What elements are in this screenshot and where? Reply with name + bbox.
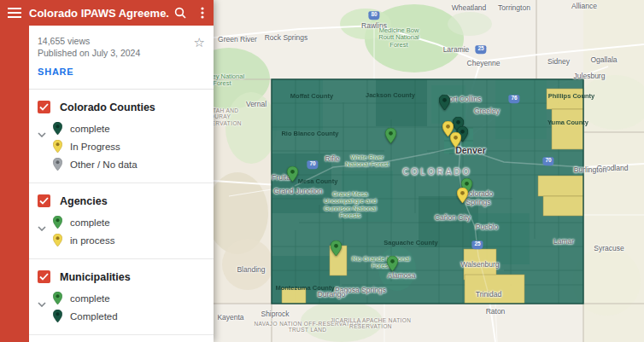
legend-section-head: Agencies xyxy=(38,194,205,207)
legend-item[interactable]: complete xyxy=(52,216,114,229)
legend-item[interactable]: complete xyxy=(52,122,138,135)
legend-item-label: complete xyxy=(70,217,110,228)
legend-item-label: Other / No data xyxy=(70,159,138,170)
legend-item[interactable]: Other / No data xyxy=(52,158,138,171)
layer-title: Municipalities xyxy=(60,271,131,283)
sidebar-header: Colorado IPAWS Agreeme... xyxy=(0,0,214,26)
legend-section: MunicipalitiescompleteCompleted xyxy=(29,259,214,335)
legend-item-label: In Progress xyxy=(70,142,120,152)
map-pin[interactable] xyxy=(450,132,461,151)
collapse-chevron-icon[interactable] xyxy=(38,216,52,246)
green-pin-icon xyxy=(52,292,62,304)
map-pin[interactable] xyxy=(385,128,396,147)
legend-item[interactable]: Completed xyxy=(52,310,118,322)
legend-item-label: complete xyxy=(70,293,110,304)
share-button[interactable]: SHARE xyxy=(38,67,74,77)
legend-section: Colorado CountiescompleteIn ProgressOthe… xyxy=(29,90,214,183)
layer-title: Agencies xyxy=(60,195,108,207)
green-pin-icon xyxy=(52,216,62,229)
favorite-star-icon[interactable]: ☆ xyxy=(194,36,205,49)
layer-checkbox[interactable] xyxy=(38,101,50,113)
layer-checkbox[interactable] xyxy=(38,270,50,283)
layer-title: Colorado Counties xyxy=(60,101,155,113)
map-canvas[interactable]: WheatlandTorringtonAllianceRawlinsLarami… xyxy=(214,0,644,342)
map-pin[interactable] xyxy=(287,166,298,185)
views-count: 14,655 views xyxy=(38,36,203,46)
layer-checkbox[interactable] xyxy=(38,194,50,207)
dark-pin-icon xyxy=(52,310,62,322)
overflow-menu-icon[interactable] xyxy=(191,7,214,19)
yellow-pin-icon xyxy=(52,140,62,153)
map-pin[interactable] xyxy=(387,256,398,275)
sidebar-red-strip xyxy=(0,0,29,342)
gray-pin-icon xyxy=(52,158,62,171)
legend: Colorado CountiescompleteIn ProgressOthe… xyxy=(29,90,214,335)
published-date: Published on July 3, 2024 xyxy=(38,48,203,58)
map-pin[interactable] xyxy=(439,95,450,113)
legend-item-label: complete xyxy=(70,124,110,134)
my-maps-app: WheatlandTorringtonAllianceRawlinsLarami… xyxy=(0,0,644,342)
map-info: 14,655 views Published on July 3, 2024 S… xyxy=(29,26,214,90)
dark-pin-icon xyxy=(52,122,62,135)
yellow-pin-icon xyxy=(52,234,62,246)
legend-item-label: Completed xyxy=(70,311,118,322)
legend-section-head: Municipalities xyxy=(38,270,205,283)
legend-item[interactable]: in process xyxy=(52,234,114,246)
collapse-chevron-icon[interactable] xyxy=(38,292,52,322)
legend-section-head: Colorado Counties xyxy=(38,101,205,113)
legend-item[interactable]: complete xyxy=(52,292,118,304)
search-icon[interactable] xyxy=(169,7,191,19)
map-pin[interactable] xyxy=(457,188,468,206)
legend-item-label: in process xyxy=(70,235,114,246)
sidebar: Colorado IPAWS Agreeme... 14,655 views P… xyxy=(0,0,214,342)
legend-section: Agenciescompletein process xyxy=(29,183,214,259)
sidebar-panel: 14,655 views Published on July 3, 2024 S… xyxy=(29,26,214,342)
map-pin[interactable] xyxy=(331,241,342,259)
legend-item[interactable]: In Progress xyxy=(52,140,138,153)
hamburger-menu-icon[interactable] xyxy=(0,8,29,18)
collapse-chevron-icon[interactable] xyxy=(38,122,52,171)
map-base-art xyxy=(214,0,644,342)
map-title: Colorado IPAWS Agreeme... xyxy=(29,7,169,20)
